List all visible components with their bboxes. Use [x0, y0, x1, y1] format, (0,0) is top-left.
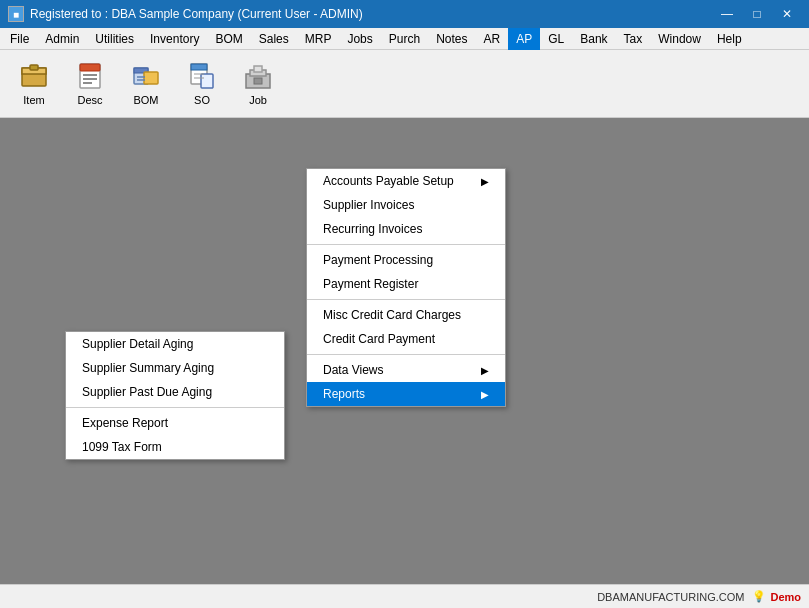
- title-text: Registered to : DBA Sample Company (Curr…: [30, 7, 363, 21]
- supplier-invoices-item[interactable]: Supplier Invoices: [307, 193, 505, 217]
- supplier-summary-aging-item[interactable]: Supplier Summary Aging: [66, 356, 284, 380]
- payment-register-item[interactable]: Payment Register: [307, 272, 505, 296]
- app-icon: ■: [8, 6, 24, 22]
- reports-arrow: ▶: [481, 389, 489, 400]
- status-url: DBAMANUFACTURING.COM: [597, 591, 744, 603]
- menu-file[interactable]: File: [2, 28, 37, 50]
- title-left: ■ Registered to : DBA Sample Company (Cu…: [8, 6, 363, 22]
- so-icon: [186, 60, 218, 92]
- expense-report-item[interactable]: Expense Report: [66, 411, 284, 435]
- status-bar: DBAMANUFACTURING.COM 💡 Demo: [0, 584, 809, 608]
- menu-bank[interactable]: Bank: [572, 28, 615, 50]
- recurring-invoices-item[interactable]: Recurring Invoices: [307, 217, 505, 241]
- toolbar: Item Desc BOM: [0, 50, 809, 118]
- status-demo: 💡 Demo: [752, 590, 801, 603]
- svg-rect-15: [201, 74, 213, 88]
- tax-form-item[interactable]: 1099 Tax Form: [66, 435, 284, 459]
- reports-separator: [66, 407, 284, 408]
- svg-rect-14: [191, 64, 207, 70]
- menu-purch[interactable]: Purch: [381, 28, 428, 50]
- ap-setup-item[interactable]: Accounts Payable Setup ▶: [307, 169, 505, 193]
- menu-bom[interactable]: BOM: [207, 28, 250, 50]
- menu-mrp[interactable]: MRP: [297, 28, 340, 50]
- toolbar-so-label: SO: [194, 94, 210, 106]
- svg-rect-2: [30, 65, 38, 70]
- supplier-detail-aging-item[interactable]: Supplier Detail Aging: [66, 332, 284, 356]
- toolbar-so-button[interactable]: SO: [176, 55, 228, 113]
- misc-cc-item[interactable]: Misc Credit Card Charges: [307, 303, 505, 327]
- minimize-button[interactable]: —: [713, 4, 741, 24]
- toolbar-desc-label: Desc: [77, 94, 102, 106]
- separator-2: [307, 299, 505, 300]
- menu-admin[interactable]: Admin: [37, 28, 87, 50]
- data-views-item[interactable]: Data Views ▶: [307, 358, 505, 382]
- toolbar-bom-button[interactable]: BOM: [120, 55, 172, 113]
- menu-notes[interactable]: Notes: [428, 28, 475, 50]
- window-controls: — □ ✕: [713, 4, 801, 24]
- menu-tax[interactable]: Tax: [616, 28, 651, 50]
- separator-1: [307, 244, 505, 245]
- maximize-button[interactable]: □: [743, 4, 771, 24]
- svg-rect-21: [254, 78, 262, 84]
- job-icon: [242, 60, 274, 92]
- menu-ar[interactable]: AR: [476, 28, 509, 50]
- menu-utilities[interactable]: Utilities: [87, 28, 142, 50]
- svg-rect-10: [144, 72, 158, 84]
- menu-ap[interactable]: AP: [508, 28, 540, 50]
- supplier-past-due-aging-item[interactable]: Supplier Past Due Aging: [66, 380, 284, 404]
- svg-rect-20: [254, 66, 262, 72]
- demo-label: Demo: [770, 591, 801, 603]
- toolbar-bom-label: BOM: [133, 94, 158, 106]
- main-area: Accounts Payable Setup ▶ Supplier Invoic…: [0, 118, 809, 584]
- toolbar-desc-button[interactable]: Desc: [64, 55, 116, 113]
- menu-bar: File Admin Utilities Inventory BOM Sales…: [0, 28, 809, 50]
- menu-inventory[interactable]: Inventory: [142, 28, 207, 50]
- toolbar-item-label: Item: [23, 94, 44, 106]
- ap-setup-arrow: ▶: [481, 176, 489, 187]
- reports-item[interactable]: Reports ▶: [307, 382, 505, 406]
- payment-processing-item[interactable]: Payment Processing: [307, 248, 505, 272]
- bom-icon: [130, 60, 162, 92]
- separator-3: [307, 354, 505, 355]
- menu-sales[interactable]: Sales: [251, 28, 297, 50]
- title-bar: ■ Registered to : DBA Sample Company (Cu…: [0, 0, 809, 28]
- desc-icon: [74, 60, 106, 92]
- toolbar-job-button[interactable]: Job: [232, 55, 284, 113]
- toolbar-job-label: Job: [249, 94, 267, 106]
- toolbar-item-button[interactable]: Item: [8, 55, 60, 113]
- menu-jobs[interactable]: Jobs: [339, 28, 380, 50]
- menu-gl[interactable]: GL: [540, 28, 572, 50]
- reports-submenu: Supplier Detail Aging Supplier Summary A…: [65, 331, 285, 460]
- close-button[interactable]: ✕: [773, 4, 801, 24]
- menu-help[interactable]: Help: [709, 28, 750, 50]
- data-views-arrow: ▶: [481, 365, 489, 376]
- svg-rect-4: [80, 64, 100, 71]
- menu-window[interactable]: Window: [650, 28, 709, 50]
- item-icon: [18, 60, 50, 92]
- cc-payment-item[interactable]: Credit Card Payment: [307, 327, 505, 351]
- bulb-icon: 💡: [752, 590, 766, 603]
- ap-dropdown-menu: Accounts Payable Setup ▶ Supplier Invoic…: [306, 168, 506, 407]
